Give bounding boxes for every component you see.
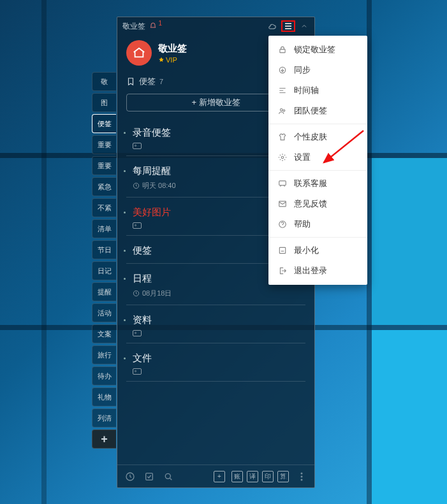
logout-icon	[277, 266, 288, 276]
app-name: 敬业签	[122, 21, 145, 32]
menu-button[interactable]	[281, 20, 295, 32]
side-tab[interactable]: 重要	[92, 156, 116, 175]
side-tab[interactable]: 旅行	[92, 345, 116, 364]
svg-point-11	[283, 110, 285, 112]
more-icon[interactable]	[295, 470, 308, 483]
menu-item-skin[interactable]: 个性皮肤	[268, 127, 367, 147]
bookmark-icon	[126, 77, 135, 86]
clock-icon	[133, 182, 140, 189]
svg-rect-8	[280, 49, 285, 52]
svg-rect-3	[146, 473, 153, 480]
side-tab[interactable]: 礼物	[92, 387, 116, 407]
chevron-up-icon[interactable]	[299, 21, 309, 31]
lock-icon	[277, 45, 288, 55]
menu-item-label: 团队便签	[294, 105, 327, 117]
side-tabs: 敬图便签重要重要紧急不紧清单节日日记提醒活动文案旅行待办礼物列清+	[92, 72, 116, 450]
menu-item-label: 退出登录	[294, 265, 327, 277]
checkbox-icon[interactable]	[143, 470, 156, 483]
side-tab[interactable]: 清单	[92, 219, 116, 238]
side-tab[interactable]: 便签	[92, 114, 116, 133]
drive-icon	[133, 368, 142, 375]
drive-icon	[133, 222, 142, 229]
bottom-box[interactable]: 译	[247, 471, 258, 482]
menu-item-lock[interactable]: 锁定敬业签	[268, 40, 367, 60]
svg-rect-16	[279, 247, 285, 253]
search-icon[interactable]	[162, 470, 175, 483]
svg-rect-13	[279, 181, 286, 185]
vip-badge: VIP	[158, 56, 187, 64]
side-tab[interactable]: 列清	[92, 408, 116, 428]
support-icon	[277, 178, 288, 189]
menu-item-team[interactable]: 团队便签	[268, 101, 367, 121]
help-icon	[277, 219, 288, 229]
notification-icon[interactable]: 1	[149, 22, 157, 30]
menu-item-minimize[interactable]: 最小化	[268, 240, 367, 261]
cloud-sync-icon[interactable]	[267, 21, 277, 31]
menu-item-help[interactable]: 帮助	[268, 214, 367, 234]
notification-count: 1	[158, 20, 162, 27]
svg-point-6	[301, 475, 303, 477]
plus-box[interactable]: +	[214, 471, 225, 482]
add-tab-button[interactable]: +	[92, 429, 116, 449]
skin-icon	[277, 132, 288, 142]
menu-item-label: 联系客服	[294, 178, 327, 189]
brand-name: 敬业签	[158, 43, 187, 55]
menu-item-timeline[interactable]: 时间轴	[268, 80, 367, 101]
menu-item-label: 帮助	[294, 219, 311, 230]
sync-icon	[277, 65, 288, 75]
note-title: 资料	[126, 314, 305, 326]
menu-item-label: 个性皮肤	[294, 131, 327, 143]
menu-item-support[interactable]: 联系客服	[268, 173, 367, 194]
section-title: 便签	[139, 76, 156, 87]
minimize-icon	[277, 245, 288, 256]
menu-item-label: 锁定敬业签	[294, 44, 335, 55]
bottom-box[interactable]: 账	[231, 471, 243, 482]
side-tab[interactable]: 待办	[92, 366, 116, 385]
svg-point-4	[165, 473, 170, 479]
menu-item-logout[interactable]: 退出登录	[268, 261, 367, 281]
clock-icon	[133, 290, 140, 297]
side-tab[interactable]: 节日	[92, 240, 116, 259]
note-item[interactable]: 资料	[126, 305, 305, 343]
svg-point-12	[281, 156, 284, 159]
clock-icon[interactable]	[124, 470, 136, 483]
side-tab[interactable]: 活动	[92, 303, 116, 322]
note-subline: 08月18日	[126, 289, 305, 298]
side-tab[interactable]: 紧急	[92, 177, 116, 196]
menu-item-label: 时间轴	[294, 85, 319, 96]
side-tab[interactable]: 文案	[92, 324, 116, 343]
side-tab[interactable]: 提醒	[92, 282, 116, 301]
menu-item-label: 同步	[294, 64, 311, 76]
bottom-box[interactable]: 印	[262, 471, 274, 482]
drive-icon	[133, 143, 142, 149]
menu-item-label: 意见反馈	[294, 198, 327, 210]
side-tab[interactable]: 日记	[92, 261, 116, 280]
side-tab[interactable]: 不紧	[92, 198, 116, 217]
side-tab[interactable]: 敬	[92, 72, 116, 91]
svg-point-5	[301, 472, 303, 474]
side-tab[interactable]: 重要	[92, 135, 116, 154]
menu-item-sync[interactable]: 同步	[268, 60, 367, 80]
side-tab[interactable]: 图	[92, 93, 116, 112]
menu-item-settings[interactable]: 设置	[268, 147, 367, 168]
note-subline	[126, 368, 305, 375]
team-icon	[277, 106, 288, 116]
brand-logo	[126, 40, 152, 66]
note-item[interactable]: 文件	[126, 343, 305, 382]
section-count: 7	[159, 78, 163, 85]
svg-point-10	[281, 109, 283, 112]
titlebar: 敬业签 1	[117, 17, 314, 35]
note-title: 文件	[126, 352, 305, 364]
main-menu-dropdown: 锁定敬业签同步时间轴团队便签个性皮肤设置联系客服意见反馈帮助最小化退出登录	[268, 36, 367, 285]
svg-point-7	[301, 479, 303, 480]
feedback-icon	[277, 199, 288, 209]
menu-item-label: 设置	[294, 152, 311, 163]
note-subline	[126, 330, 305, 336]
menu-item-label: 最小化	[294, 245, 319, 256]
settings-icon	[277, 152, 288, 162]
timeline-icon	[277, 85, 288, 96]
drive-icon	[133, 330, 142, 336]
menu-item-feedback[interactable]: 意见反馈	[268, 194, 367, 214]
bottom-box[interactable]: 算	[277, 471, 289, 482]
bottom-toolbar: + 账译印算	[117, 464, 314, 487]
